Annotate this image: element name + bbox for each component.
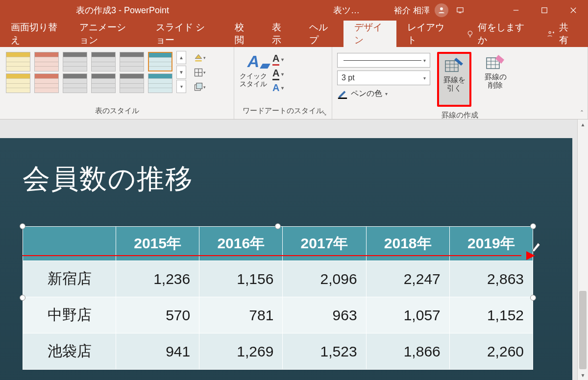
window-controls bbox=[502, 0, 588, 21]
text-outline-button[interactable]: A▾ bbox=[272, 68, 284, 80]
tab-help[interactable]: ヘルプ bbox=[298, 21, 343, 47]
tab-layout[interactable]: レイアウト bbox=[396, 21, 457, 47]
table-cell[interactable]: 2,247 bbox=[366, 261, 449, 297]
minimize-button[interactable] bbox=[502, 0, 530, 21]
pen-color-label: ペンの色 bbox=[351, 89, 382, 99]
shading-button[interactable]: ▾ bbox=[192, 52, 207, 64]
gallery-down-button[interactable]: ▼ bbox=[176, 66, 186, 79]
account-area[interactable]: 裕介 相澤 bbox=[394, 3, 448, 17]
table-cell[interactable]: 781 bbox=[199, 297, 283, 333]
table-style-option[interactable] bbox=[34, 52, 59, 71]
table-style-option[interactable] bbox=[6, 52, 30, 71]
table-cell[interactable]: 2,260 bbox=[449, 333, 533, 370]
scroll-track[interactable] bbox=[578, 129, 588, 370]
tell-me-search[interactable]: 何をしますか bbox=[457, 21, 534, 47]
borders-button[interactable]: ▾ bbox=[192, 67, 207, 78]
tab-view[interactable]: 表示 bbox=[261, 21, 298, 47]
table-style-option[interactable] bbox=[91, 73, 116, 93]
svg-rect-1 bbox=[457, 8, 463, 12]
line-style-icon bbox=[343, 60, 421, 61]
tab-transitions[interactable]: 画面切り替え bbox=[0, 21, 69, 47]
resize-handle-e[interactable] bbox=[530, 295, 536, 301]
table-object[interactable]: 2015年 2016年 2017年 2018年 2019年 新宿店 1,236 … bbox=[23, 226, 533, 370]
quick-styles-label: クイック スタイル bbox=[240, 72, 267, 88]
tab-animations[interactable]: アニメーション bbox=[69, 21, 145, 47]
svg-point-6 bbox=[468, 31, 472, 35]
gallery-more-button[interactable]: ▾ bbox=[176, 80, 186, 93]
ribbon-display-options-button[interactable] bbox=[446, 0, 474, 21]
quick-styles-button[interactable]: A クイック スタイル bbox=[239, 51, 268, 88]
table-style-option[interactable] bbox=[63, 52, 87, 71]
resize-handle-ne[interactable] bbox=[530, 223, 536, 229]
table-style-option[interactable] bbox=[91, 52, 116, 71]
effects-button[interactable]: ▾ bbox=[192, 81, 207, 93]
text-fill-button[interactable]: A▾ bbox=[272, 53, 284, 66]
tab-design[interactable]: デザイン bbox=[343, 21, 396, 47]
share-button[interactable]: 共有 bbox=[533, 21, 588, 47]
table-cell[interactable]: 2,096 bbox=[283, 261, 366, 297]
text-outline-icon: A bbox=[272, 68, 279, 80]
table-cell[interactable]: 941 bbox=[116, 333, 199, 370]
contextual-tab-title: 表ツ… bbox=[333, 4, 360, 16]
tab-review[interactable]: 校閲 bbox=[224, 21, 261, 47]
draw-table-button[interactable]: 罫線を 引く bbox=[437, 52, 471, 107]
resize-handle-w[interactable] bbox=[20, 295, 25, 301]
lightbulb-icon bbox=[466, 29, 474, 39]
text-effects-button[interactable]: A▾ bbox=[272, 82, 284, 94]
data-table[interactable]: 2015年 2016年 2017年 2018年 2019年 新宿店 1,236 … bbox=[23, 226, 533, 370]
table-cell[interactable]: 2,863 bbox=[449, 261, 533, 297]
table-cell[interactable]: 963 bbox=[283, 297, 366, 333]
table-cell[interactable]: 中野店 bbox=[23, 297, 116, 333]
share-icon bbox=[547, 29, 555, 39]
table-cell[interactable]: 1,156 bbox=[199, 261, 283, 297]
table-cell[interactable]: 570 bbox=[116, 297, 199, 333]
table-style-option[interactable] bbox=[6, 73, 30, 93]
table-cell[interactable]: 1,057 bbox=[366, 297, 449, 333]
eraser-button[interactable]: 罫線の 削除 bbox=[478, 51, 513, 90]
close-button[interactable] bbox=[559, 0, 588, 21]
table-cell[interactable]: 1,152 bbox=[449, 297, 533, 333]
ribbon-tabstrip: 画面切り替え アニメーション スライド ショー 校閲 表示 ヘルプ デザイン レ… bbox=[0, 21, 588, 47]
vertical-scrollbar[interactable]: ▲ ▼ bbox=[577, 119, 588, 380]
svg-point-7 bbox=[549, 31, 551, 33]
annotation-arrow bbox=[23, 254, 535, 257]
table-style-option-selected[interactable] bbox=[148, 52, 172, 71]
table-cell[interactable]: 新宿店 bbox=[23, 261, 116, 297]
table-style-option[interactable] bbox=[120, 73, 144, 93]
table-style-option[interactable] bbox=[148, 73, 172, 93]
scroll-thumb[interactable] bbox=[579, 291, 587, 369]
tab-slideshow[interactable]: スライド ショー bbox=[145, 21, 224, 47]
eraser-label: 罫線の 削除 bbox=[485, 72, 507, 90]
wordart-dialog-launcher[interactable]: ⤡ bbox=[322, 110, 330, 118]
slide-title[interactable]: 会員数の推移 bbox=[0, 138, 572, 198]
table-style-option[interactable] bbox=[120, 52, 144, 71]
scroll-down-button[interactable]: ▼ bbox=[578, 370, 588, 380]
svg-rect-8 bbox=[195, 60, 201, 62]
svg-rect-14 bbox=[338, 97, 347, 99]
pen-color-button[interactable]: ペンの色 ▾ bbox=[337, 88, 430, 99]
ribbon: ▲ ▼ ▾ ▾ ▾ ▾ 表のスタイル A クイック スタイル A▾ A▾ A▾ bbox=[0, 47, 588, 119]
group-wordart-styles: A クイック スタイル A▾ A▾ A▾ ワードアートのスタイル ⤡ bbox=[234, 47, 332, 119]
slide-pane[interactable]: 会員数の推移 2015年 2016年 2017年 2018年 2019年 bbox=[0, 119, 577, 380]
table-style-option[interactable] bbox=[63, 73, 87, 93]
table-cell[interactable]: 1,866 bbox=[366, 333, 449, 370]
collapse-ribbon-button[interactable]: ˄ bbox=[580, 109, 584, 117]
table-cell[interactable]: 1,236 bbox=[116, 261, 199, 297]
svg-rect-15 bbox=[445, 61, 458, 71]
table-row: 中野店 570 781 963 1,057 1,152 bbox=[23, 297, 533, 333]
resize-handle-nw[interactable] bbox=[20, 223, 25, 229]
resize-handle-n[interactable] bbox=[275, 223, 281, 229]
table-cell[interactable]: 池袋店 bbox=[23, 333, 116, 370]
pen-style-dropdown[interactable]: ▾ bbox=[337, 53, 430, 68]
pen-weight-dropdown[interactable]: 3 pt▾ bbox=[337, 71, 430, 85]
table-style-option[interactable] bbox=[34, 73, 59, 93]
slide-editing-area: 会員数の推移 2015年 2016年 2017年 2018年 2019年 bbox=[0, 119, 588, 380]
table-cell[interactable]: 1,269 bbox=[199, 333, 283, 370]
maximize-button[interactable] bbox=[530, 0, 559, 21]
gallery-up-button[interactable]: ▲ bbox=[176, 51, 186, 64]
scroll-up-button[interactable]: ▲ bbox=[578, 119, 588, 129]
group-table-styles: ▲ ▼ ▾ ▾ ▾ ▾ 表のスタイル bbox=[0, 47, 234, 119]
user-name: 裕介 相澤 bbox=[394, 5, 430, 16]
table-row: 新宿店 1,236 1,156 2,096 2,247 2,863 bbox=[23, 261, 533, 297]
table-cell[interactable]: 1,523 bbox=[283, 333, 366, 370]
